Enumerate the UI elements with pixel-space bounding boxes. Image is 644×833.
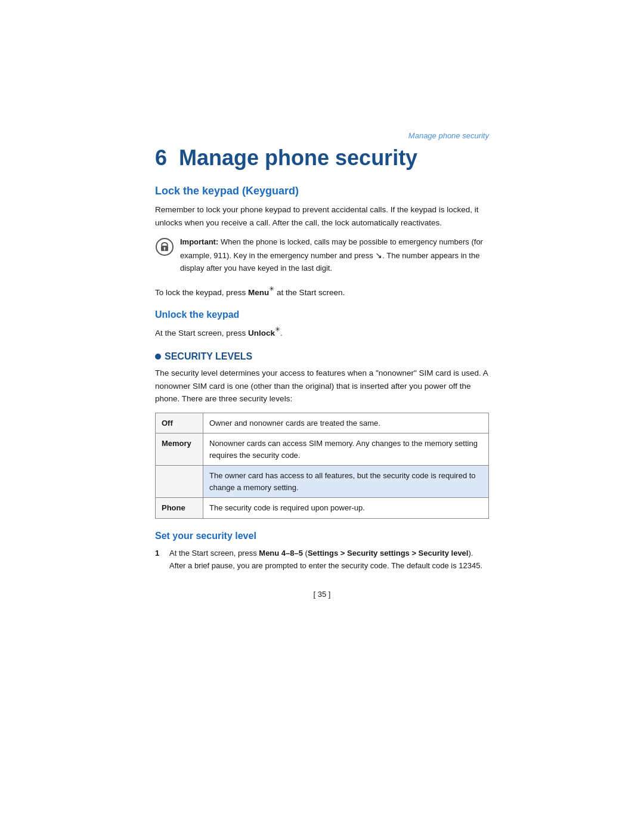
table-row: Off Owner and nonowner cards are treated… bbox=[156, 413, 489, 433]
table-cell-label-off: Off bbox=[156, 413, 203, 433]
security-levels-body: The security level determines your acces… bbox=[155, 367, 489, 405]
table-cell-desc-owner: The owner card has access to all feature… bbox=[203, 466, 489, 498]
lock-instruction: To lock the keypad, press Menu ✳ at the … bbox=[155, 284, 489, 299]
important-icon bbox=[155, 237, 174, 256]
list-item: 1 At the Start screen, press Menu 4–8–5 … bbox=[155, 547, 489, 572]
bullet-dot bbox=[155, 354, 161, 360]
table-cell-desc-off: Owner and nonowner cards are treated the… bbox=[203, 413, 489, 433]
chapter-title: 6 Manage phone security bbox=[155, 145, 489, 171]
table-cell-desc-memory: Nonowner cards can access SIM memory. An… bbox=[203, 433, 489, 466]
table-row: Phone The security code is required upon… bbox=[156, 498, 489, 519]
content-area: Manage phone security 6 Manage phone sec… bbox=[155, 131, 489, 833]
page-number: [ 35 ] bbox=[155, 590, 489, 599]
chapter-header-italic: Manage phone security bbox=[155, 131, 489, 140]
security-levels-header: SECURITY LEVELS bbox=[155, 351, 489, 362]
lock-keypad-body: Remember to lock your phone keypad to pr… bbox=[155, 203, 489, 229]
table-cell-desc-phone: The security code is required upon power… bbox=[203, 498, 489, 519]
page-container: Manage phone security 6 Manage phone sec… bbox=[0, 0, 644, 833]
table-cell-label-memory: Memory bbox=[156, 433, 203, 466]
step-text: At the Start screen, press Menu 4–8–5 (S… bbox=[169, 547, 489, 572]
security-table: Off Owner and nonowner cards are treated… bbox=[155, 413, 489, 519]
star-key: ✳ bbox=[269, 284, 274, 295]
table-cell-label-empty bbox=[156, 466, 203, 498]
set-security-steps: 1 At the Start screen, press Menu 4–8–5 … bbox=[155, 547, 489, 572]
table-cell-label-phone: Phone bbox=[156, 498, 203, 519]
set-security-title: Set your security level bbox=[155, 531, 489, 541]
section-lock-keypad-title: Lock the keypad (Keyguard) bbox=[155, 185, 489, 197]
step-number: 1 bbox=[155, 547, 165, 572]
table-row: The owner card has access to all feature… bbox=[156, 466, 489, 498]
section-unlock-keypad-title: Unlock the keypad bbox=[155, 309, 489, 320]
svg-point-2 bbox=[164, 247, 166, 249]
menu-key: Menu bbox=[248, 287, 269, 296]
unlock-keypad-body: At the Start screen, press Unlock ✳. bbox=[155, 325, 489, 339]
table-row: Memory Nonowner cards can access SIM mem… bbox=[156, 433, 489, 466]
important-text: Important: When the phone is locked, cal… bbox=[180, 236, 489, 274]
important-box: Important: When the phone is locked, cal… bbox=[155, 236, 489, 274]
